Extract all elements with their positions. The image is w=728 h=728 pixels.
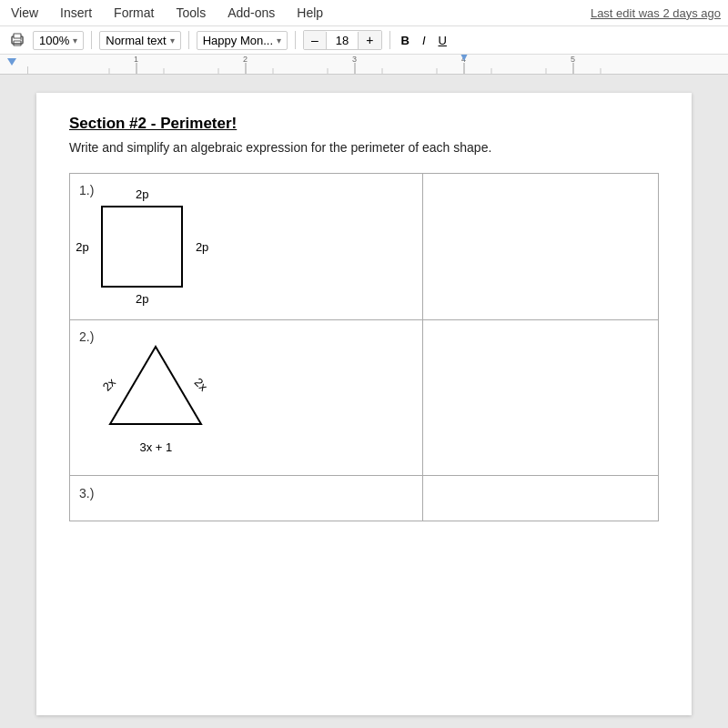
- answer-cell-2: [423, 320, 659, 476]
- answer-cell-3: [423, 476, 659, 521]
- zoom-arrow: ▾: [73, 35, 77, 46]
- square-shape-wrapper: 2p 2p 2p 2p: [101, 206, 183, 288]
- font-size-plus[interactable]: +: [359, 31, 380, 49]
- separator-1: [91, 31, 92, 49]
- menu-format[interactable]: Format: [110, 4, 157, 22]
- menu-help[interactable]: Help: [293, 4, 327, 22]
- zoom-dropdown[interactable]: 100% ▾: [33, 31, 84, 50]
- table-row: 2.) 2x 2x 3x + 1: [70, 320, 659, 476]
- svg-rect-2: [14, 34, 21, 38]
- square-label-left: 2p: [76, 240, 88, 254]
- ruler: 1 2 3 4 5: [0, 55, 728, 75]
- shape-number-2: 2.): [79, 329, 94, 344]
- menu-insert[interactable]: Insert: [56, 4, 96, 22]
- triangle-svg-wrapper: 2x 2x: [101, 342, 210, 437]
- shapes-table: 1.) 2p 2p 2p 2p: [69, 173, 659, 521]
- font-size-value: 18: [326, 32, 359, 49]
- svg-text:1: 1: [134, 55, 138, 64]
- svg-text:5: 5: [571, 55, 575, 64]
- separator-2: [188, 31, 189, 49]
- menu-bar: View Insert Format Tools Add-ons Help La…: [0, 0, 728, 26]
- svg-text:2: 2: [243, 55, 248, 64]
- bold-button[interactable]: B: [398, 32, 413, 49]
- font-value: Happy Mon...: [203, 34, 273, 47]
- svg-point-3: [20, 38, 22, 40]
- square-label-top: 2p: [136, 187, 148, 201]
- menu-addons[interactable]: Add-ons: [224, 4, 278, 22]
- zoom-value: 100%: [39, 34, 69, 47]
- square-container: 2p 2p 2p 2p: [101, 183, 183, 310]
- triangle-container: 2x 2x 3x + 1: [101, 329, 210, 466]
- separator-4: [389, 31, 390, 49]
- shape-number-3: 3.): [79, 486, 94, 500]
- ruler-arrow: [7, 58, 16, 66]
- answer-cell-1: [423, 174, 659, 320]
- shape-cell-3: 3.): [70, 476, 423, 521]
- font-dropdown[interactable]: Happy Mon... ▾: [197, 31, 288, 50]
- ruler-inner: 1 2 3 4 5: [0, 55, 728, 74]
- toolbar: 100% ▾ Normal text ▾ Happy Mon... ▾ – 18…: [0, 26, 728, 55]
- table-row: 3.): [70, 476, 659, 521]
- triangle-label-bottom: 3x + 1: [139, 440, 172, 454]
- font-size-minus[interactable]: –: [304, 31, 326, 49]
- square-label-right: 2p: [196, 240, 208, 254]
- menu-view[interactable]: View: [7, 4, 42, 22]
- shape-cell-1: 1.) 2p 2p 2p 2p: [70, 174, 423, 320]
- svg-marker-26: [110, 347, 201, 424]
- square-shape: [101, 206, 183, 288]
- doc-page: Section #2 - Perimeter! Write and simpli…: [36, 93, 692, 715]
- document-area: Section #2 - Perimeter! Write and simpli…: [0, 75, 728, 728]
- separator-3: [295, 31, 296, 49]
- underline-button[interactable]: U: [435, 32, 450, 49]
- table-row: 1.) 2p 2p 2p 2p: [70, 174, 659, 320]
- svg-text:3: 3: [352, 55, 357, 64]
- menu-tools[interactable]: Tools: [172, 4, 209, 22]
- square-label-bottom: 2p: [136, 292, 148, 306]
- print-icon[interactable]: [7, 30, 27, 50]
- section-subtitle: Write and simplify an algebraic expressi…: [69, 140, 659, 155]
- style-arrow: ▾: [170, 35, 175, 46]
- font-arrow: ▾: [277, 35, 281, 46]
- last-edit-label: Last edit was 2 days ago: [591, 6, 721, 20]
- shape-number-1: 1.): [79, 183, 94, 197]
- section-title: Section #2 - Perimeter!: [69, 115, 659, 133]
- shape-cell-2: 2.) 2x 2x 3x + 1: [70, 320, 423, 476]
- style-value: Normal text: [106, 34, 166, 47]
- italic-button[interactable]: I: [419, 32, 430, 49]
- font-size-control: – 18 +: [303, 30, 381, 50]
- style-dropdown[interactable]: Normal text ▾: [99, 31, 180, 50]
